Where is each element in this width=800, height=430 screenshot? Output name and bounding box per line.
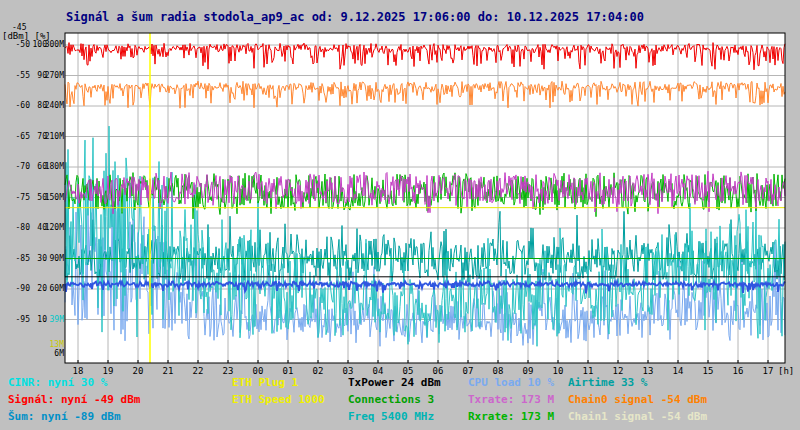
y-axis-rate-label: 270M: [44, 71, 64, 80]
y-axis-dbm-label: -70: [4, 162, 30, 171]
graph-title: Signál a šum radia stodola_ap9_ac od: 9.…: [66, 10, 644, 24]
y-axis-dbm-label: -55: [4, 71, 30, 80]
y-axis-rate-label: 180M: [44, 162, 64, 171]
y-axis-dbm-label: -85: [4, 254, 30, 263]
y-axis-dbm-label: -50: [4, 40, 30, 49]
y-axis-rate-label: 90M: [44, 254, 64, 263]
legend: CINR: nyní 30 % Signál: nyní -49 dBm Šum…: [0, 372, 800, 430]
legend-txpower: TxPower 24 dBm: [348, 376, 441, 389]
y-axis-dbm-label: -90: [4, 284, 30, 293]
legend-noise: Šum: nyní -89 dBm: [8, 410, 121, 423]
legend-eth-plug: ETH Plug 1: [232, 376, 298, 389]
legend-eth-speed: ETH Speed 1000: [232, 393, 325, 406]
rrd-signal-graph: Signál a šum radia stodola_ap9_ac od: 9.…: [0, 0, 800, 430]
y-axis-rate-label: 120M: [44, 223, 64, 232]
legend-txrate: Txrate: 173 M: [468, 393, 554, 406]
y-axis-dbm-label: -95: [4, 315, 30, 324]
legend-cinr: CINR: nyní 30 %: [8, 376, 107, 389]
y-axis-extra-label: 6M: [44, 349, 64, 358]
y-axis-rate-label: 150M: [44, 193, 64, 202]
y-axis-dbm-label: -60: [4, 101, 30, 110]
y-axis-rate-label: 300M: [44, 40, 64, 49]
legend-chain0: Chain0 signal -54 dBm: [568, 393, 707, 406]
legend-signal: Signál: nyní -49 dBm: [8, 393, 140, 406]
y-axis-extra-label: 13M: [44, 340, 64, 349]
y-axis-dbm-label: -80: [4, 223, 30, 232]
legend-connections: Connections 3: [348, 393, 434, 406]
y-axis-dbm-label: -75: [4, 193, 30, 202]
legend-airtime: Airtime 33 %: [568, 376, 647, 389]
y-axis-rate-label: 60M: [44, 284, 64, 293]
y-axis-rate-label: 210M: [44, 132, 64, 141]
y-axis-extra-label: 39M: [44, 315, 64, 324]
legend-chain1: Chain1 signal -54 dBm: [568, 410, 707, 423]
y-axis-rate-label: 240M: [44, 101, 64, 110]
legend-cpu-load: CPU load 10 %: [468, 376, 554, 389]
legend-rxrate: Rxrate: 173 M: [468, 410, 554, 423]
legend-freq: Freq 5400 MHz: [348, 410, 434, 423]
y-axis-dbm-label: -65: [4, 132, 30, 141]
